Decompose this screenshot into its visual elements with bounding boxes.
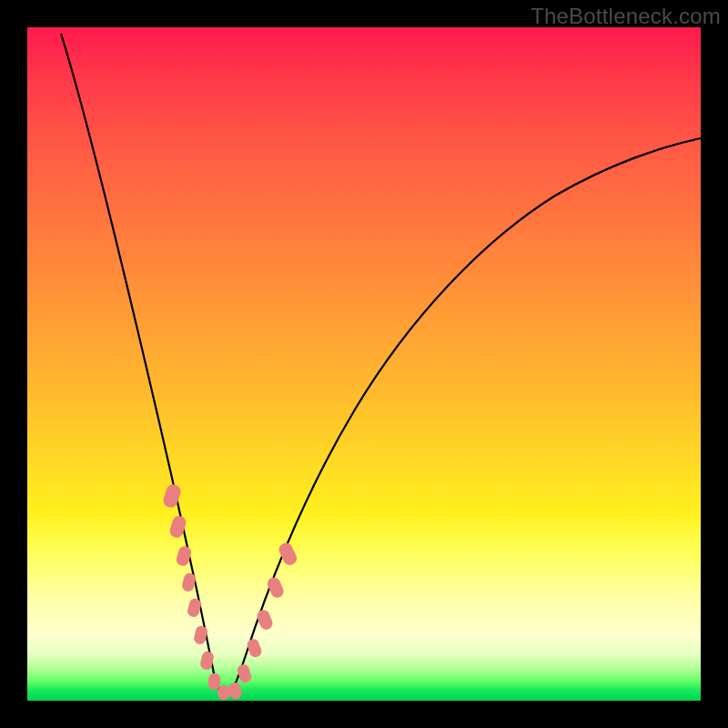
svg-rect-11 bbox=[246, 638, 263, 659]
watermark-text: TheBottleneck.com bbox=[531, 4, 721, 29]
svg-rect-9 bbox=[228, 682, 243, 700]
bottleneck-curve-path bbox=[61, 34, 701, 696]
svg-rect-5 bbox=[193, 625, 208, 645]
svg-rect-12 bbox=[255, 608, 274, 632]
highlight-markers bbox=[161, 482, 298, 700]
svg-rect-8 bbox=[217, 685, 230, 700]
chart-frame: TheBottleneck.com bbox=[0, 0, 728, 728]
svg-rect-0 bbox=[161, 482, 182, 510]
bottleneck-curve-svg bbox=[27, 27, 701, 701]
svg-rect-10 bbox=[236, 663, 253, 684]
plot-area bbox=[27, 27, 701, 701]
svg-rect-13 bbox=[266, 575, 286, 600]
